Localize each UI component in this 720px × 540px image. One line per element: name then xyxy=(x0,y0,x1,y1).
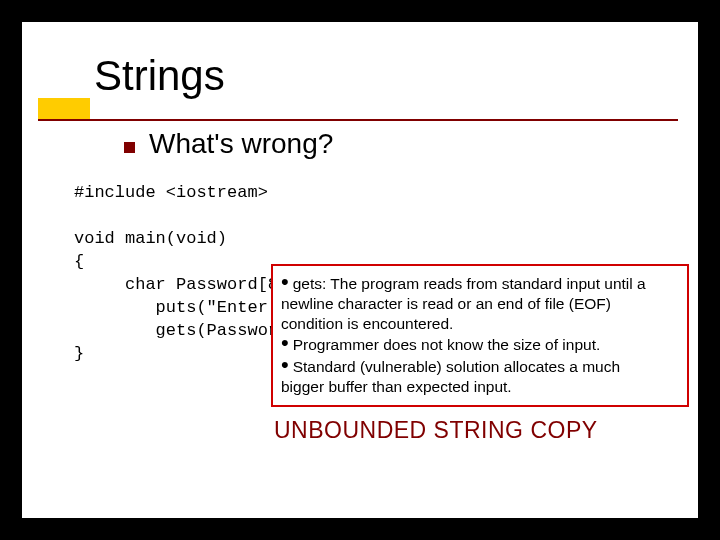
callout-box: • gets: The program reads from standard … xyxy=(271,264,689,407)
accent-bar xyxy=(38,98,90,120)
slide: Strings What's wrong? #include <iostream… xyxy=(22,22,698,518)
callout-text: condition is encountered. xyxy=(281,314,679,334)
emphasis-headline: UNBOUNDED STRING COPY xyxy=(274,417,598,444)
code-line: #include <iostream> xyxy=(74,183,268,202)
code-line: char Password[8 xyxy=(74,275,278,294)
subtitle-row: What's wrong? xyxy=(22,128,698,160)
code-line: void main(void) xyxy=(74,229,227,248)
callout-segment: The program reads from standard input un… xyxy=(326,275,645,292)
callout-text: gets: The program reads from standard in… xyxy=(293,274,646,294)
code-line: { xyxy=(74,252,84,271)
callout-item: • Programmer does not know the size of i… xyxy=(281,333,679,355)
code-line: puts("Enter xyxy=(74,298,278,317)
callout-text: newline character is read or an end of f… xyxy=(281,294,679,314)
callout-label: gets: xyxy=(293,275,327,292)
callout-item: • gets: The program reads from standard … xyxy=(281,272,679,294)
title-underline xyxy=(38,119,678,121)
callout-text: bigger buffer than expected input. xyxy=(281,377,679,397)
bullet-dot-icon: • xyxy=(281,333,289,353)
bullet-square-icon xyxy=(124,142,135,153)
code-line: } xyxy=(74,344,84,363)
bullet-dot-icon: • xyxy=(281,355,289,375)
callout-item: • Standard (vulnerable) solution allocat… xyxy=(281,355,679,377)
callout-text: Standard (vulnerable) solution allocates… xyxy=(293,357,620,377)
slide-subtitle: What's wrong? xyxy=(149,128,333,160)
callout-text: Programmer does not know the size of inp… xyxy=(293,335,601,355)
bullet-dot-icon: • xyxy=(281,272,289,292)
slide-title: Strings xyxy=(94,52,698,100)
code-line: gets(Passwor xyxy=(74,321,278,340)
title-area: Strings xyxy=(22,22,698,100)
